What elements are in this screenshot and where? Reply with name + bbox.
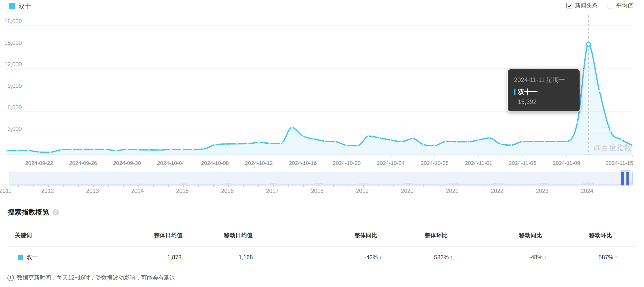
datazoom-slider[interactable] — [9, 172, 633, 186]
data-point — [489, 137, 490, 138]
data-point — [599, 90, 600, 91]
data-point — [621, 139, 622, 140]
data-point — [138, 149, 139, 150]
col-mobile-yoy: 移动同比 — [519, 232, 542, 239]
slider-data-shadow — [9, 172, 632, 185]
keyword-swatch — [18, 254, 23, 260]
year-label: 2020 — [401, 188, 414, 194]
year-label: 2015 — [176, 188, 189, 194]
mobile-mom-value: 587%↑ — [599, 254, 618, 261]
year-label: 2022 — [491, 188, 503, 194]
data-point — [28, 150, 29, 151]
data-point — [335, 141, 336, 142]
data-point — [423, 144, 424, 145]
year-label: 2012 — [41, 188, 54, 194]
col-mobile-daily-avg: 移动日均值 — [224, 232, 253, 239]
overall-mom-value: 583%↑ — [434, 254, 453, 261]
x-axis-label: 2024-10-28 — [420, 160, 448, 166]
data-point — [126, 148, 128, 150]
year-label: 2023 — [536, 188, 548, 194]
col-overall-yoy: 整体同比 — [354, 232, 377, 239]
data-point — [456, 141, 457, 142]
year-label: 2017 — [266, 188, 279, 194]
data-point — [357, 145, 358, 146]
data-point — [225, 144, 226, 144]
data-point — [390, 140, 391, 141]
table-row[interactable]: 双十一 1,878 1,168 -42%↓ 583%↑ -48%↓ 587%↑ — [8, 247, 636, 268]
x-axis-label: 2024-10-12 — [245, 160, 273, 166]
data-point — [192, 149, 194, 150]
col-overall-mom: 整体环比 — [425, 232, 448, 239]
x-axis-label: 2024-11-15 — [606, 160, 633, 166]
overall-yoy-value: -42%↓ — [364, 254, 382, 261]
data-point — [577, 122, 578, 123]
row-keyword: 双十一 — [18, 254, 44, 261]
x-axis-label: 2024-10-08 — [201, 160, 229, 166]
x-axis-label: 2024-09-22 — [25, 160, 53, 166]
slider-handle-left[interactable] — [621, 172, 624, 186]
chart-tooltip: 2024-11-11 星期一 双十一 15,392 — [507, 68, 580, 112]
x-axis-label: 2024-11-09 — [552, 160, 580, 166]
data-point — [280, 143, 282, 144]
tooltip-date: 2024-11-11 星期一 — [514, 76, 574, 84]
mobile-daily-avg-value: 1,168 — [238, 254, 253, 261]
data-point — [434, 145, 435, 146]
data-point — [511, 144, 512, 146]
peak-marker[interactable] — [586, 42, 590, 46]
trend-down-icon: ↓ — [544, 254, 547, 261]
table-header-row: 关键词 整体日均值 移动日均值 整体同比 整体环比 移动同比 移动环比 — [8, 224, 636, 246]
data-point — [313, 138, 314, 140]
data-point — [247, 143, 248, 144]
data-point — [170, 149, 172, 150]
y-axis-label: 12,000 — [4, 61, 22, 68]
data-point — [533, 141, 534, 142]
data-point — [368, 136, 369, 137]
x-axis-label: 2024-10-24 — [377, 160, 405, 166]
data-point — [291, 127, 292, 128]
baidu-index-page: 双十一 新闻头条 平均值 18,00015,00012,0009,0006,00… — [0, 0, 644, 287]
data-point — [38, 151, 40, 152]
overview-table: 关键词 整体日均值 移动日均值 整体同比 整体环比 移动同比 移动环比 双十一 … — [8, 224, 636, 268]
data-point — [6, 150, 7, 151]
x-axis-label: 2024-09-26 — [69, 160, 97, 166]
tooltip-keyword: 双十一 — [518, 88, 538, 96]
data-point — [544, 141, 545, 142]
trend-up-icon: ↑ — [614, 254, 618, 261]
year-label: 2018 — [311, 188, 324, 194]
info-icon: i — [8, 274, 14, 281]
year-label: 2014 — [131, 188, 144, 194]
note-text: 数据更新时间：每天12~16时，受数据波动影响，可能会有延迟。 — [17, 274, 181, 282]
data-update-note: i 数据更新时间：每天12~16时，受数据波动影响，可能会有延迟。 — [8, 274, 181, 282]
data-point — [203, 148, 204, 150]
slider-handle-right[interactable] — [626, 172, 629, 186]
data-point — [555, 141, 556, 142]
overview-header: 搜索指数概览 ? — [8, 208, 59, 217]
tooltip-series-marker — [514, 89, 516, 95]
data-point — [379, 137, 380, 138]
year-label: 2021 — [446, 188, 458, 194]
x-axis-label: 2024-11-01 — [465, 160, 492, 166]
data-point — [82, 148, 84, 150]
year-label: 2024 — [580, 188, 593, 194]
data-point — [522, 141, 523, 142]
data-point — [610, 130, 611, 132]
data-point — [269, 143, 270, 144]
help-icon[interactable]: ? — [52, 209, 59, 216]
col-keyword: 关键词 — [15, 232, 32, 239]
data-point — [159, 149, 160, 150]
overall-daily-avg-value: 1,878 — [167, 254, 182, 261]
overview-title: 搜索指数概览 — [8, 208, 49, 217]
data-point — [302, 136, 304, 137]
data-point — [181, 149, 182, 150]
x-axis-label: 2024-09-30 — [113, 160, 141, 166]
data-point — [214, 144, 216, 145]
year-label: 2011 — [0, 188, 12, 194]
year-label: 2019 — [356, 188, 368, 194]
data-point — [50, 152, 51, 153]
x-axis-label: 2024-10-20 — [333, 160, 361, 166]
col-mobile-mom: 移动环比 — [589, 232, 612, 239]
data-point — [445, 141, 446, 142]
mobile-yoy-value: -48%↓ — [529, 254, 547, 261]
data-point — [401, 141, 402, 142]
data-point — [346, 145, 347, 146]
